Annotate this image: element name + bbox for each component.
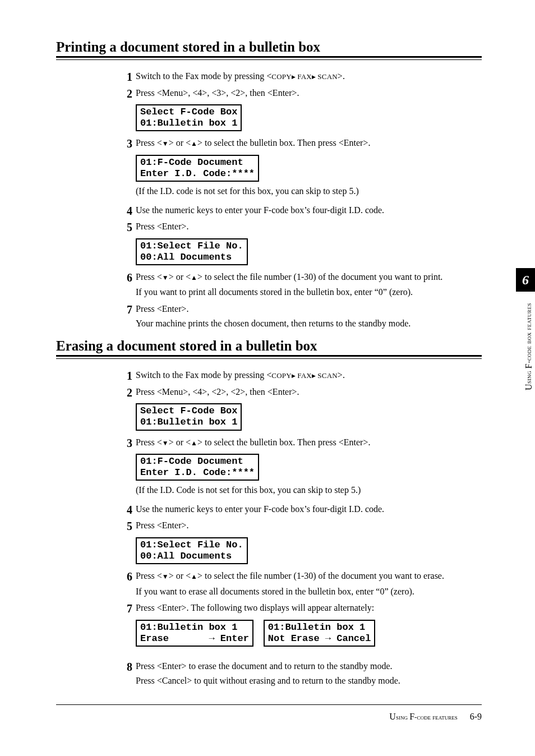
step: 1Switch to the Fax mode by pressing <COP… — [118, 70, 482, 85]
step: 2Press <Menu>, <4>, <2>, <2>, then <Ente… — [118, 386, 482, 400]
step: 7Press <Enter>. The following two displa… — [118, 602, 482, 616]
step-number: 1 — [118, 369, 136, 383]
step-number: 3 — [118, 436, 136, 450]
step-number: 3 — [118, 137, 136, 151]
lcd-display: 01:F-Code Document Enter I.D. Code:**** — [136, 155, 259, 182]
section-title-printing: Printing a document stored in a bulletin… — [56, 39, 482, 55]
step-body: Press <Enter>.Your machine prints the ch… — [136, 303, 411, 331]
page-footer: Using F-code features 6-9 — [56, 712, 482, 722]
step-number: 5 — [118, 519, 136, 533]
step-number: 6 — [118, 271, 136, 285]
step-number: 6 — [118, 570, 136, 584]
step-number: 1 — [118, 70, 136, 84]
step-number: 8 — [118, 660, 136, 674]
down-arrow-icon — [162, 138, 169, 147]
step: 4Use the numeric keys to enter your F-co… — [118, 503, 482, 518]
lcd-display: 01:F-Code Document Enter I.D. Code:**** — [136, 454, 259, 481]
step-number: 7 — [118, 303, 136, 317]
lcd-display: 01:Select File No. 00:All Documents — [136, 537, 248, 564]
down-arrow-icon — [162, 437, 169, 447]
step-number: 2 — [118, 87, 136, 101]
step: 2Press <Menu>, <4>, <3>, <2>, then <Ente… — [118, 87, 482, 102]
step-body: Use the numeric keys to enter your F-cod… — [136, 503, 384, 518]
step: 8Press <Enter> to erase the document and… — [118, 660, 482, 689]
step-body: Press <Enter>. The following two display… — [136, 602, 374, 616]
step: 5Press <Enter>. — [118, 519, 482, 534]
step-number: 2 — [118, 386, 136, 400]
step-body: Press <> or <> to select the file number… — [136, 271, 442, 301]
step-number: 7 — [118, 602, 136, 616]
section-rule — [56, 355, 482, 359]
step-body: Press <Enter> to erase the document and … — [136, 660, 400, 689]
step-body: Press <Enter>. — [136, 220, 188, 235]
step: 6Press <> or <> to select the file numbe… — [118, 271, 482, 301]
up-arrow-icon — [191, 272, 197, 282]
step: 3Press <> or <> to select the bulletin b… — [118, 436, 482, 451]
step: 1Switch to the Fax mode by pressing <COP… — [118, 369, 482, 384]
up-arrow-icon — [191, 571, 197, 580]
step: 6Press <> or <> to select the file numbe… — [118, 570, 482, 600]
section-title-erasing: Erasing a document stored in a bulletin … — [56, 338, 482, 354]
up-arrow-icon — [191, 138, 197, 147]
step-note: (If the I.D. Code is not set for this bo… — [136, 484, 361, 499]
step-body: Press <> or <> to select the bulletin bo… — [136, 436, 370, 451]
page-body: Printing a document stored in a bulletin… — [0, 0, 535, 744]
step-body: Press <> or <> to select the file number… — [136, 570, 444, 600]
lcd-display: 01:Bulletin box 1 Not Erase → Cancel — [264, 620, 376, 647]
down-arrow-icon — [162, 272, 169, 282]
step-body: Use the numeric keys to enter your F-cod… — [136, 204, 384, 219]
step: 5Press <Enter>. — [118, 220, 482, 235]
lcd-display: Select F-Code Box 01:Bulletin box 1 — [136, 104, 242, 131]
step-body: Press <Menu>, <4>, <2>, <2>, then <Enter… — [136, 386, 299, 400]
step-number: 4 — [118, 204, 136, 218]
page-number: 6-9 — [470, 712, 482, 721]
step-body: Press <Enter>. — [136, 519, 188, 534]
step-body: Switch to the Fax mode by pressing <COPY… — [136, 369, 345, 384]
section-rule — [56, 56, 482, 60]
step-body: Press <Menu>, <4>, <3>, <2>, then <Enter… — [136, 87, 299, 102]
lcd-display: Select F-Code Box 01:Bulletin box 1 — [136, 403, 242, 430]
step-body: Press <> or <> to select the bulletin bo… — [136, 137, 370, 151]
step: 7Press <Enter>.Your machine prints the c… — [118, 303, 482, 331]
lcd-display: 01:Bulletin box 1 Erase → Enter — [136, 620, 253, 647]
step-note: (If the I.D. code is not set for this bo… — [136, 185, 359, 200]
step: 3Press <> or <> to select the bulletin b… — [118, 137, 482, 151]
lcd-display: 01:Select File No. 00:All Documents — [136, 238, 248, 265]
footer-rule — [56, 704, 482, 705]
down-arrow-icon — [162, 571, 169, 580]
step: 4Use the numeric keys to enter your F-co… — [118, 204, 482, 219]
up-arrow-icon — [191, 437, 197, 447]
step-number: 5 — [118, 220, 136, 234]
step-body: Switch to the Fax mode by pressing <COPY… — [136, 70, 345, 85]
step-number: 4 — [118, 503, 136, 517]
